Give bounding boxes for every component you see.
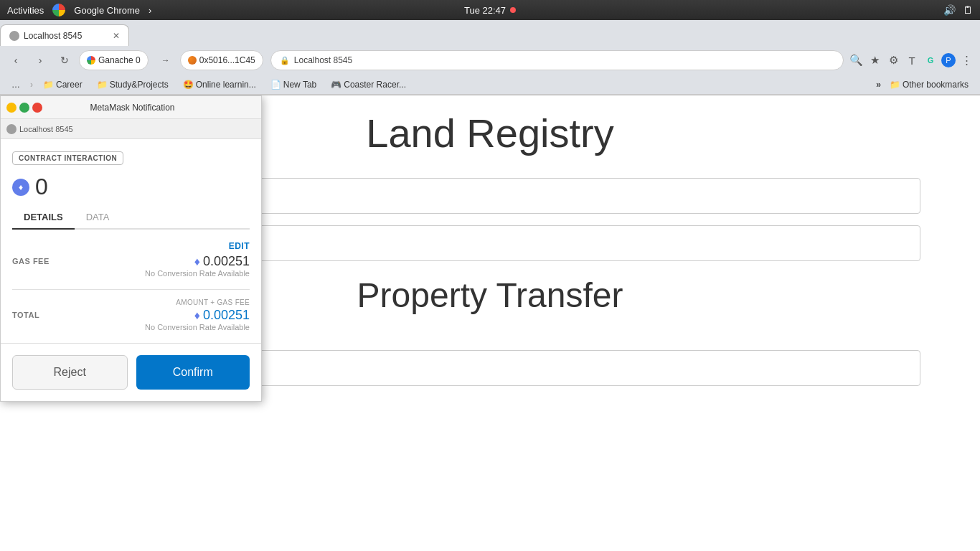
bookmark-coaster-label: Coaster Racer... [344,80,406,90]
eth-amount-row: ♦ 0 [12,174,250,200]
metamask-fox-icon [188,56,197,65]
total-eth-icon: ♦ [194,309,200,322]
bookmark-new-tab[interactable]: 📄 New Tab [265,78,322,91]
volume-icon[interactable]: 🔊 [943,4,956,16]
bookmarks-bar: … › 📁 Career 📁 Study&Projects 🤩 Online l… [0,75,980,95]
taskbar: Activities Google Chrome › Tue 22:47 🔊 🗒 [0,0,980,20]
metamask-popup: MetaMask Notification Localhost 8545 CON… [0,95,262,402]
confirm-button[interactable]: Confirm [136,355,250,390]
grammarly-icon[interactable]: G [923,52,938,68]
browser-window: Localhost 8545 ✕ ‹ › ↻ Ganache 0 → 0x501… [0,20,980,551]
window-controls [6,103,42,113]
zoom-icon[interactable]: 🔍 [848,52,864,68]
gas-fee-number: 0.00251 [203,254,250,269]
metamask-address-label: 0x5016...1C45 [199,55,255,65]
maximize-button[interactable] [19,103,29,113]
back-button[interactable]: ‹ [6,50,26,70]
gas-fee-row: GAS FEE ♦ 0.00251 No Conversion Rate Ava… [12,254,250,290]
popup-footer: Reject Confirm [1,343,261,401]
address-bar[interactable]: 🔒 Localhost 8545 [270,50,844,70]
address-bar-row: ‹ › ↻ Ganache 0 → 0x5016...1C45 🔒 Localh… [0,46,980,75]
ganache-tab[interactable]: Ganache 0 [79,50,149,70]
coaster-icon: 🎮 [331,80,341,90]
minimize-button[interactable] [6,103,17,113]
new-tab-icon: 📄 [270,80,281,90]
activities-button[interactable]: Activities [7,5,44,16]
bookmark-career[interactable]: 📁 Career [37,78,88,91]
ganache-icon [87,56,95,65]
bookmark-online-label: Online learnin... [196,80,256,90]
popup-body: CONTRACT INTERACTION ♦ 0 DETAILS DATA [1,139,261,343]
recording-indicator [510,7,516,13]
folder-icon: 📁 [890,80,900,90]
total-no-conversion: No Conversion Rate Available [145,323,250,331]
metamask-address-tab[interactable]: 0x5016...1C45 [180,50,263,70]
tab-favicon [9,31,19,41]
amount-gas-label: AMOUNT + GAS FEE [12,298,250,306]
notifications-icon[interactable]: 🗒 [963,4,973,16]
extension-icon[interactable]: ⚙ [885,52,901,68]
popup-titlebar: MetaMask Notification [1,96,261,119]
gas-fee-value-col: ♦ 0.00251 No Conversion Rate Available [145,254,250,278]
bookmark-studyprojects[interactable]: 📁 Study&Projects [91,78,174,91]
tabs-row: DETAILS DATA [12,206,250,230]
eth-diamond-icon: ♦ [19,182,23,192]
eth-logo: ♦ [12,179,29,196]
toolbar-icons: 🔍 ★ ⚙ T G P ⋮ [848,52,974,68]
contract-interaction-badge: CONTRACT INTERACTION [12,151,123,165]
bookmark-studyprojects-label: Study&Projects [110,80,169,90]
bookmark-online-learning[interactable]: 🤩 Online learnin... [177,78,262,91]
online-learning-icon: 🤩 [183,80,194,90]
close-button[interactable] [32,103,42,113]
bookmark-icon[interactable]: ★ [867,52,882,68]
popup-title: MetaMask Notification [42,103,222,113]
taskbar-time: Tue 22:47 [464,5,506,16]
tab-bar: Localhost 8545 ✕ [0,20,980,46]
tab-title: Localhost 8545 [24,31,108,41]
translate-icon[interactable]: T [904,52,920,68]
gas-fee-label: GAS FEE [12,254,50,265]
total-value-col: ♦ 0.00251 No Conversion Rate Available [145,308,250,331]
edit-link-row: EDIT [12,241,250,251]
total-section: AMOUNT + GAS FEE TOTAL ♦ 0.00251 No Conv… [12,290,250,331]
bookmark-folder-icon-2: 📁 [97,80,108,90]
total-amount: ♦ 0.00251 [145,308,250,323]
bookmark-newtab-label: New Tab [283,80,316,90]
bookmark-more[interactable]: … [6,78,26,91]
chrome-icon [52,4,65,17]
other-bookmarks[interactable]: 📁 Other bookmarks [884,78,974,91]
profile-icon[interactable]: P [941,53,956,67]
taskbar-chrome-label[interactable]: Google Chrome [74,5,140,16]
menu-icon[interactable]: ⋮ [958,52,974,68]
browser-chrome: Localhost 8545 ✕ ‹ › ↻ Ganache 0 → 0x501… [0,20,980,95]
bookmarks-divider: » [876,80,881,90]
edit-link[interactable]: EDIT [229,241,250,251]
reject-button[interactable]: Reject [12,355,128,390]
browser-content: Land Registry Property Transfer Seller S… [0,95,980,551]
bookmark-coaster-racer[interactable]: 🎮 Coaster Racer... [325,78,412,91]
forward-button[interactable]: › [30,50,50,70]
ganache-label: Ganache 0 [98,55,141,65]
bookmark-career-label: Career [56,80,83,90]
gas-no-conversion: No Conversion Rate Available [145,269,250,278]
tab-details[interactable]: DETAILS [12,206,75,230]
tab-data[interactable]: DATA [75,206,121,230]
details-section: EDIT GAS FEE ♦ 0.00251 No Conversion Rat… [12,241,250,331]
eth-amount: 0 [35,174,48,200]
address-text: Localhost 8545 [294,55,352,65]
total-amount-number: 0.00251 [203,308,250,323]
active-tab[interactable]: Localhost 8545 ✕ [0,24,129,46]
popup-url-bar: Localhost 8545 [1,119,261,139]
other-bookmarks-label: Other bookmarks [903,80,969,90]
popup-url-text: Localhost 8545 [19,125,73,133]
total-label: TOTAL [12,308,39,319]
gas-fee-amount: ♦ 0.00251 [145,254,250,269]
navigate-button[interactable]: → [156,50,176,70]
tab-close-icon[interactable]: ✕ [113,31,120,41]
gas-eth-icon: ♦ [194,255,200,268]
url-favicon [6,124,17,134]
total-row: TOTAL ♦ 0.00251 No Conversion Rate Avail… [12,308,250,331]
address-lock-icon: 🔒 [280,56,290,65]
reload-button[interactable]: ↻ [55,50,75,70]
bookmark-folder-icon: 📁 [43,80,54,90]
